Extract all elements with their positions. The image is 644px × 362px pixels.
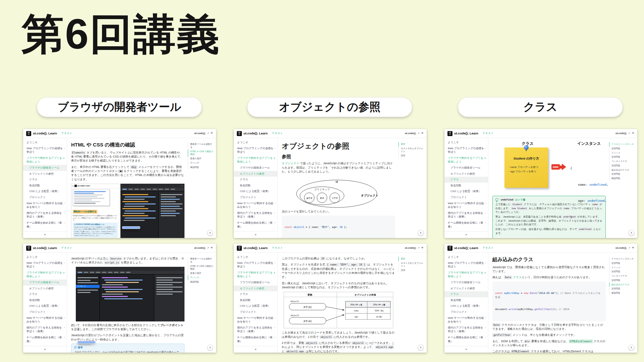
toc-item[interactable]: 確認問題 bbox=[609, 291, 636, 295]
sidebar-item[interactable]: ブラウザの開発者ツール bbox=[444, 280, 488, 286]
toc-item[interactable]: 組み込みのクラス bbox=[609, 168, 636, 172]
site-title[interactable]: ut.code(); Learn bbox=[33, 131, 57, 136]
sidebar-item[interactable]: ブラウザの開発者ツール bbox=[234, 165, 277, 171]
toc-item[interactable]: 開発者ツールを起動する bbox=[188, 257, 215, 264]
scroll-top-button[interactable]: ∧ bbox=[629, 345, 634, 350]
toc-item[interactable]: 確認問題 bbox=[188, 280, 215, 284]
toc-item[interactable]: デバッガ bbox=[188, 276, 215, 280]
toc-item[interactable]: 演習問題 bbox=[609, 269, 636, 274]
sidebar-item[interactable]: CSS による配置（発展） bbox=[234, 188, 277, 194]
sidebar-item[interactable]: クラス bbox=[444, 177, 488, 183]
external-site-link[interactable]: ut.code(); bbox=[405, 246, 416, 250]
sidebar-item[interactable]: プロジェクト bbox=[23, 309, 67, 315]
sidebar-item[interactable]: ようこそ bbox=[23, 254, 67, 260]
sidebar-item[interactable]: オブジェクトの参照 bbox=[234, 286, 277, 292]
theme-toggle-icon[interactable]: ☀ bbox=[210, 246, 213, 250]
close-icon[interactable]: × bbox=[181, 267, 183, 270]
toc-item[interactable]: 演習問題 bbox=[609, 287, 636, 291]
sidebar-item[interactable]: Web サーバーが動作する仕組みを知ろう› bbox=[23, 200, 67, 210]
toc-item[interactable]: 演習問題 bbox=[609, 155, 636, 159]
sidebar-collapse-button[interactable]: « bbox=[23, 346, 67, 353]
site-title[interactable]: ut.code(); Learn bbox=[244, 131, 268, 136]
external-site-link[interactable]: ut.code(); bbox=[615, 132, 627, 135]
theme-toggle-icon[interactable]: ☀ bbox=[421, 131, 424, 135]
sidebar-item[interactable]: CSS による配置（発展） bbox=[23, 188, 67, 194]
sidebar-item[interactable]: クラス bbox=[234, 291, 277, 297]
sidebar-item[interactable]: 無名関数 bbox=[23, 297, 67, 303]
sidebar-item[interactable]: オブジェクトの参照 bbox=[234, 171, 277, 177]
site-title[interactable]: ut.code(); Learn bbox=[454, 246, 478, 250]
scroll-top-button[interactable]: ∧ bbox=[207, 345, 213, 350]
sidebar-item[interactable]: オブジェクトの参照 bbox=[444, 171, 488, 177]
scroll-top-button[interactable]: ∧ bbox=[629, 230, 634, 236]
external-site-link[interactable]: ut.code(); bbox=[405, 132, 416, 135]
sidebar-item[interactable]: 現代のアプリを支える技術を学ぼう（発展）› bbox=[444, 210, 488, 220]
sidebar-item[interactable]: オブジェクトの参照 bbox=[23, 286, 67, 292]
sidebar-item[interactable]: ブラウザで動作するアプリを構築しよう∨ bbox=[23, 155, 67, 165]
selected-file[interactable]: script.js bbox=[76, 285, 100, 288]
toc-item[interactable]: 参照 bbox=[398, 142, 425, 146]
sidebar-item[interactable]: CSS による配置（発展） bbox=[23, 303, 67, 309]
sidebar-item[interactable]: チーム開発を始める前に（発展）› bbox=[444, 220, 488, 230]
sidebar-item[interactable]: Web プログラミングの基礎を学ぼう› bbox=[444, 260, 488, 270]
sidebar-item[interactable]: Web サーバーが動作する仕組みを知ろう› bbox=[234, 315, 277, 325]
sidebar-item[interactable]: プロジェクト bbox=[234, 309, 277, 315]
toc-item[interactable]: メソッド bbox=[609, 151, 636, 155]
toc-item[interactable]: クラスとインスタンス bbox=[609, 142, 636, 146]
sidebar-item[interactable]: Web サーバーが動作する仕組みを知ろう› bbox=[23, 315, 67, 325]
sidebar-item[interactable]: チーム開発を始める前に（発展）› bbox=[23, 335, 67, 344]
toc-item[interactable]: コンストラクタ bbox=[609, 159, 636, 164]
sidebar-item[interactable]: オブジェクトの参照 bbox=[444, 286, 488, 292]
sidebar-item[interactable]: Web プログラミングの基礎を学ぼう› bbox=[234, 145, 277, 155]
sidebar-item[interactable]: CSS による配置（発展） bbox=[444, 303, 488, 309]
toc-item[interactable]: コンストラクタ bbox=[609, 274, 636, 278]
sidebar-item[interactable]: ようこそ bbox=[444, 254, 488, 260]
sidebar-item[interactable]: ブラウザの開発者ツール bbox=[23, 280, 67, 286]
scroll-top-button[interactable]: ∧ bbox=[418, 230, 424, 236]
sidebar-item[interactable]: Web プログラミングの基礎を学ぼう› bbox=[234, 260, 277, 270]
sidebar-item[interactable]: 無名関数 bbox=[234, 297, 277, 303]
sidebar-collapse-button[interactable]: « bbox=[234, 346, 277, 353]
toc-item[interactable]: メソッド bbox=[609, 265, 636, 270]
sidebar-item[interactable]: プロジェクト bbox=[23, 194, 67, 200]
external-site-link[interactable]: ut.code(); bbox=[194, 246, 206, 250]
toc-item[interactable]: 要素の選択 bbox=[188, 271, 215, 276]
sidebar-item[interactable]: Web サーバーが動作する仕組みを知ろう› bbox=[444, 200, 488, 210]
sidebar-item[interactable]: クラス bbox=[23, 177, 67, 183]
sidebar-item[interactable]: プロジェクト bbox=[444, 309, 488, 315]
sidebar-item[interactable]: 現代のアプリを支える技術を学ぼう（発展）› bbox=[444, 325, 488, 335]
sidebar-item[interactable]: 現代のアプリを支える技術を学ぼう（発展）› bbox=[234, 210, 277, 220]
toc-item[interactable]: 参照 bbox=[398, 257, 425, 261]
sidebar-item[interactable]: ブラウザの開発者ツール bbox=[23, 165, 67, 171]
site-title[interactable]: ut.code(); Learn bbox=[244, 246, 268, 250]
sidebar-item[interactable]: プロジェクト bbox=[444, 194, 488, 200]
sidebar-item[interactable]: クラス bbox=[444, 291, 488, 297]
toc-item[interactable]: 組み込みのクラス bbox=[609, 283, 636, 287]
sidebar-item[interactable]: ようこそ bbox=[444, 139, 488, 145]
sidebar-item[interactable]: 無名関数 bbox=[23, 183, 67, 189]
toc-item[interactable]: 演習問題 bbox=[609, 172, 636, 176]
sidebar-item[interactable]: クラス bbox=[23, 291, 67, 297]
sidebar-item[interactable]: オブジェクトの参照 bbox=[23, 171, 67, 177]
sidebar-item[interactable]: ブラウザの開発者ツール bbox=[234, 280, 277, 286]
toc-item[interactable]: 確認問題 bbox=[188, 165, 215, 170]
sidebar-item[interactable]: Web プログラミングの基礎を学ぼう› bbox=[444, 145, 488, 155]
sidebar-item[interactable]: 無名関数 bbox=[444, 183, 488, 189]
sidebar-item[interactable]: 現代のアプリを支える技術を学ぼう（発展）› bbox=[23, 210, 67, 220]
toc-item[interactable]: 演習問題 bbox=[609, 261, 636, 265]
site-title[interactable]: ut.code(); Learn bbox=[33, 246, 57, 250]
toc-item[interactable]: 演習問題 bbox=[609, 164, 636, 168]
sidebar-item[interactable]: 無名関数 bbox=[444, 297, 488, 303]
sidebar-item[interactable]: ブラウザで動作するアプリを構築しよう∨ bbox=[444, 270, 488, 280]
scroll-top-button[interactable]: ∧ bbox=[207, 230, 213, 236]
sidebar-item[interactable]: ブラウザで動作するアプリを構築しよう∨ bbox=[23, 270, 67, 280]
toc-item[interactable]: 演習問題 bbox=[609, 278, 636, 283]
toc-item[interactable]: クラスとインスタンス bbox=[609, 257, 636, 261]
theme-toggle-icon[interactable]: ☀ bbox=[632, 246, 634, 250]
site-title[interactable]: ut.code(); Learn bbox=[454, 131, 478, 136]
nav-text-link[interactable]: テキスト bbox=[483, 131, 494, 135]
toc-item[interactable]: 演習 bbox=[398, 268, 425, 273]
sidebar-item[interactable]: CSS による配置（発展） bbox=[444, 188, 488, 194]
sidebar-item[interactable]: チーム開発を始める前に（発展）› bbox=[23, 220, 67, 230]
sidebar-item[interactable]: チーム開発を始める前に（発展）› bbox=[234, 220, 277, 230]
